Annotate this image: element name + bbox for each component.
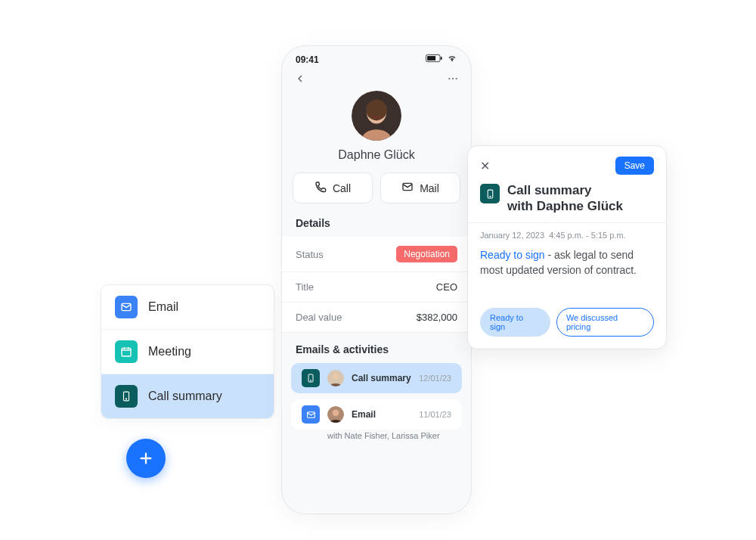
detail-label: Deal value bbox=[296, 312, 342, 323]
svg-rect-1 bbox=[122, 348, 131, 356]
call-button[interactable]: Call bbox=[293, 172, 373, 203]
activity-subline: with Nate Fisher, Larissa Piker bbox=[282, 431, 471, 446]
svg-point-20 bbox=[333, 409, 339, 416]
divider bbox=[468, 222, 666, 223]
avatar bbox=[327, 406, 344, 423]
status-time: 09:41 bbox=[296, 54, 319, 65]
svg-point-3 bbox=[125, 399, 126, 399]
phone-device-icon bbox=[115, 385, 138, 408]
phone-device-icon bbox=[302, 369, 320, 387]
mail-icon bbox=[302, 405, 320, 424]
save-button[interactable]: Save bbox=[615, 157, 654, 175]
activity-title: Call summary bbox=[352, 373, 411, 383]
mail-label: Mail bbox=[420, 182, 439, 194]
svg-point-8 bbox=[452, 78, 454, 79]
svg-point-15 bbox=[311, 380, 311, 381]
popup-title: Call summary with Daphne Glück bbox=[507, 182, 623, 215]
chip-ready-to-sign[interactable]: Ready to sign bbox=[480, 308, 550, 337]
phone-icon bbox=[314, 181, 327, 195]
phone-mockup: 09:41 Daphne Glück bbox=[281, 45, 472, 514]
popup-body: Ready to sign - ask legal to send most u… bbox=[480, 247, 654, 278]
calendar-icon bbox=[115, 340, 138, 363]
sidebar-item-meeting[interactable]: Meeting bbox=[101, 330, 274, 374]
activity-row-email[interactable]: Email 11/01/23 bbox=[291, 399, 462, 430]
add-button[interactable] bbox=[126, 439, 166, 478]
detail-label: Title bbox=[296, 281, 314, 293]
svg-point-7 bbox=[448, 78, 450, 79]
detail-label: Status bbox=[296, 249, 324, 260]
sidebar-item-email[interactable]: Email bbox=[101, 285, 274, 330]
status-bar: 09:41 bbox=[282, 46, 471, 65]
detail-row-title: Title CEO bbox=[282, 272, 471, 303]
sidebar-item-label: Meeting bbox=[148, 345, 191, 358]
status-badge: Negotiation bbox=[396, 246, 457, 262]
sidebar-item-label: Email bbox=[148, 300, 178, 314]
sidebar-item-label: Call summary bbox=[148, 389, 222, 403]
contact-name: Daphne Glück bbox=[282, 148, 471, 162]
more-icon[interactable] bbox=[447, 73, 459, 88]
svg-rect-6 bbox=[441, 57, 442, 60]
sidebar-item-call-summary[interactable]: Call summary bbox=[101, 374, 274, 418]
close-icon[interactable]: ✕ bbox=[480, 159, 490, 173]
body-link[interactable]: Ready to sign bbox=[480, 249, 545, 261]
details-title: Details bbox=[282, 217, 471, 237]
activities-title: Emails & activities bbox=[282, 333, 471, 363]
svg-rect-5 bbox=[427, 56, 435, 61]
back-icon[interactable] bbox=[294, 73, 306, 88]
activity-row-call-summary[interactable]: Call summary 12/01/23 bbox=[291, 363, 462, 393]
detail-row-deal: Deal value $382,000 bbox=[282, 303, 471, 333]
svg-point-17 bbox=[333, 373, 339, 380]
activity-title: Email bbox=[352, 409, 411, 420]
activity-date: 12/01/23 bbox=[419, 374, 451, 383]
svg-point-9 bbox=[456, 78, 457, 79]
detail-value: CEO bbox=[436, 281, 457, 293]
avatar bbox=[327, 370, 344, 386]
mail-icon bbox=[401, 181, 414, 195]
mail-button[interactable]: Mail bbox=[380, 172, 460, 203]
contact-avatar bbox=[352, 91, 401, 141]
wifi-icon bbox=[447, 54, 457, 65]
phone-device-icon bbox=[480, 184, 500, 203]
detail-value: $382,000 bbox=[417, 312, 457, 323]
popup-datetime: January 12, 2023 4:45 p.m. - 5:15 p.m. bbox=[480, 231, 654, 240]
mail-icon bbox=[115, 296, 138, 318]
call-summary-popup: ✕ Save Call summary with Daphne Glück Ja… bbox=[467, 145, 667, 349]
activity-type-card: Email Meeting Call summary bbox=[101, 284, 274, 419]
battery-icon bbox=[426, 54, 442, 65]
activity-date: 11/01/23 bbox=[419, 410, 451, 419]
call-label: Call bbox=[333, 182, 351, 194]
chip-discussed-pricing[interactable]: We discussed pricing bbox=[556, 308, 654, 337]
detail-row-status: Status Negotiation bbox=[282, 237, 471, 272]
svg-point-22 bbox=[489, 196, 490, 197]
